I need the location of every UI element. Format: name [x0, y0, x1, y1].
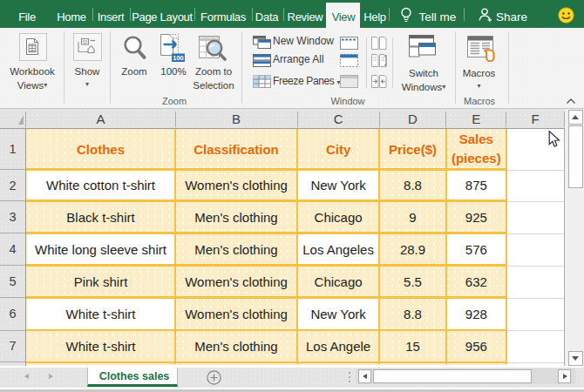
svg-text:100: 100 — [173, 54, 184, 62]
